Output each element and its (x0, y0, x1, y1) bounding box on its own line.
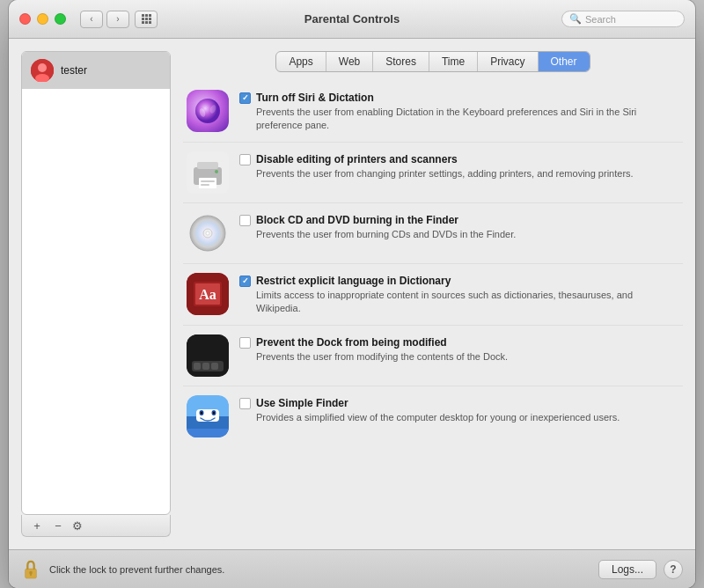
main-panel: Apps Web Stores Time Privacy Other (183, 51, 683, 537)
svg-point-32 (201, 411, 202, 414)
window-title: Parental Controls (304, 12, 400, 26)
lock-icon[interactable] (21, 560, 40, 579)
finder-desc: Provides a simplified view of the comput… (256, 411, 679, 424)
finder-title: Use Simple Finder (256, 397, 679, 409)
add-user-button[interactable]: + (27, 518, 47, 533)
svg-rect-29 (196, 409, 219, 422)
dock-title: Prevent the Dock from being modified (256, 336, 679, 349)
dock-desc: Prevents the user from modifying the con… (256, 350, 679, 364)
setting-dock: Prevent the Dock from being modified Pre… (183, 326, 683, 386)
maximize-button[interactable] (55, 13, 66, 25)
search-icon: 🔍 (569, 13, 582, 25)
search-input-placeholder: Search (585, 14, 616, 25)
finder-checkbox[interactable] (239, 398, 251, 409)
tab-time[interactable]: Time (429, 52, 478, 71)
user-name: tester (61, 64, 87, 77)
dock-text: Prevent the Dock from being modified Pre… (256, 336, 679, 364)
sidebar-list: tester (21, 51, 171, 515)
svg-rect-10 (201, 184, 209, 186)
sidebar-toolbar: + − ⚙ (21, 515, 171, 537)
svg-rect-23 (211, 363, 218, 370)
back-button[interactable]: ‹ (80, 11, 103, 28)
printer-check-area: Disable editing of printers and scanners… (239, 151, 679, 180)
cd-title: Block CD and DVD burning in the Finder (256, 214, 679, 226)
setting-printer: Disable editing of printers and scanners… (183, 143, 683, 203)
svg-point-3 (195, 99, 220, 123)
logs-button[interactable]: Logs... (598, 560, 656, 579)
sidebar: tester + − ⚙ (21, 51, 171, 537)
svg-point-33 (213, 411, 215, 414)
printer-icon (187, 151, 229, 194)
siri-icon (187, 90, 229, 132)
dictionary-title: Restrict explicit language in Dictionary (256, 275, 679, 287)
cd-check-area: Block CD and DVD burning in the Finder P… (239, 212, 679, 241)
svg-point-11 (215, 170, 218, 173)
svg-rect-36 (30, 572, 32, 576)
close-button[interactable] (19, 13, 31, 25)
svg-rect-22 (202, 363, 209, 370)
tab-privacy[interactable]: Privacy (478, 52, 538, 71)
cd-text: Block CD and DVD burning in the Finder P… (256, 214, 679, 241)
svg-rect-9 (201, 180, 215, 182)
dictionary-desc: Limits access to inappropriate content i… (256, 289, 679, 316)
tab-web[interactable]: Web (326, 52, 373, 71)
svg-rect-8 (199, 178, 216, 188)
finder-text: Use Simple Finder Provides a simplified … (256, 397, 679, 424)
setting-siri: Turn off Siri & Dictation Prevents the u… (183, 81, 683, 143)
siri-desc: Prevents the user from enabling Dictatio… (256, 106, 679, 133)
siri-checkbox[interactable] (239, 92, 251, 104)
grid-button[interactable] (135, 11, 158, 28)
bottom-bar: Click the lock to prevent further change… (9, 549, 695, 588)
forward-button[interactable]: › (106, 11, 129, 28)
dock-check-area: Prevent the Dock from being modified Pre… (239, 334, 679, 364)
cd-desc: Prevents the user from burning CDs and D… (256, 228, 679, 241)
tab-apps[interactable]: Apps (276, 52, 326, 71)
content-area: tester + − ⚙ Apps Web Stores Time Privac… (9, 39, 695, 549)
tab-other[interactable]: Other (539, 52, 590, 71)
svg-text:Aa: Aa (199, 287, 216, 302)
siri-check-area: Turn off Siri & Dictation Prevents the u… (239, 90, 679, 133)
setting-finder: Use Simple Finder Provides a simplified … (183, 386, 683, 446)
setting-dictionary: Aa Restrict explicit language in Diction… (183, 264, 683, 326)
printer-text: Disable editing of printers and scanners… (256, 153, 679, 180)
traffic-lights (19, 13, 66, 25)
finder-check-area: Use Simple Finder Provides a simplified … (239, 395, 679, 424)
printer-title: Disable editing of printers and scanners (256, 153, 679, 165)
gear-button[interactable]: ⚙ (70, 518, 85, 533)
titlebar: ‹ › Parental Controls 🔍 Search (9, 0, 695, 39)
user-avatar (31, 59, 54, 82)
dictionary-checkbox[interactable] (239, 276, 251, 287)
svg-rect-21 (194, 363, 201, 370)
help-button[interactable]: ? (664, 560, 683, 579)
sidebar-user-item[interactable]: tester (22, 52, 170, 89)
dock-icon (187, 334, 229, 377)
cd-icon (187, 212, 229, 254)
tabs-bar: Apps Web Stores Time Privacy Other (275, 51, 590, 72)
main-window: ‹ › Parental Controls 🔍 Search (9, 0, 695, 588)
settings-list: Turn off Siri & Dictation Prevents the u… (183, 81, 683, 537)
tab-stores[interactable]: Stores (373, 52, 429, 71)
svg-point-14 (206, 232, 209, 235)
nav-buttons: ‹ › (80, 11, 129, 28)
dictionary-icon: Aa (187, 273, 229, 315)
cd-checkbox[interactable] (239, 215, 251, 226)
printer-desc: Prevents the user from changing printer … (256, 167, 679, 180)
svg-rect-7 (197, 162, 218, 169)
svg-point-1 (38, 63, 47, 72)
dock-checkbox[interactable] (239, 337, 251, 349)
remove-user-button[interactable]: − (48, 518, 68, 533)
lock-text: Click the lock to prevent further change… (49, 564, 590, 575)
siri-text: Turn off Siri & Dictation Prevents the u… (256, 92, 679, 133)
bottom-buttons: Logs... ? (598, 560, 683, 579)
siri-title: Turn off Siri & Dictation (256, 92, 679, 104)
search-box[interactable]: 🔍 Search (561, 11, 685, 27)
minimize-button[interactable] (37, 13, 48, 25)
dictionary-text: Restrict explicit language in Dictionary… (256, 275, 679, 316)
dictionary-check-area: Restrict explicit language in Dictionary… (239, 273, 679, 316)
finder-icon (187, 395, 229, 437)
printer-checkbox[interactable] (239, 154, 251, 165)
grid-icon (142, 14, 151, 24)
setting-cd: Block CD and DVD burning in the Finder P… (183, 203, 683, 264)
svg-rect-26 (187, 429, 229, 437)
